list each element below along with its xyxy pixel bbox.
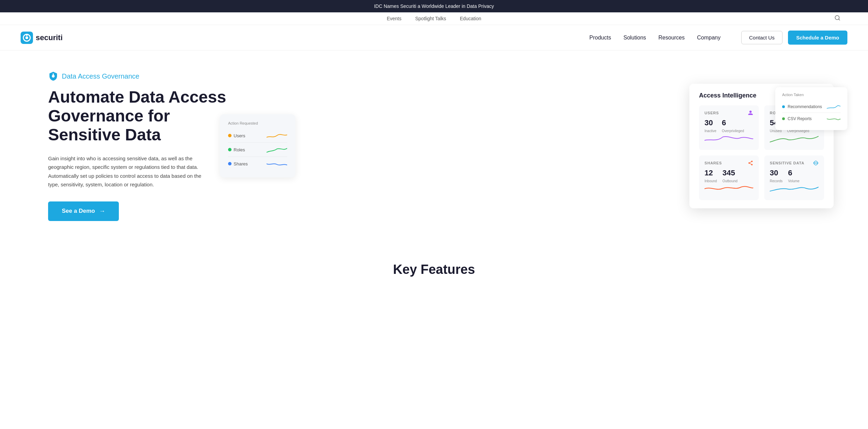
users-chart (704, 134, 753, 144)
svg-point-4 (25, 36, 28, 39)
main-nav: securiti Products Solutions Resources Co… (0, 25, 868, 50)
flow-row-users: Users (228, 129, 287, 143)
hero-content: Data Access Governance Automate Data Acc… (48, 71, 227, 221)
nav-spotlight[interactable]: Spotlight Talks (415, 16, 446, 21)
user-stat-icon (748, 110, 753, 116)
svg-point-7 (53, 73, 54, 75)
shares-flow-chart (267, 160, 287, 167)
secondary-nav: Events Spotlight Talks Education (0, 12, 868, 25)
svg-line-1 (838, 19, 839, 20)
arrow-icon: → (99, 208, 105, 215)
key-features-section: Key Features (0, 242, 868, 284)
action-item-recommendations: Recommendations (782, 101, 841, 113)
stat-card-users: USERS 30 Inactive 6 Overprivileged (699, 105, 759, 150)
action-panel: Action Taken Recommendations CSV Reports (775, 87, 847, 130)
hero-visual: Action Requested Users Roles Shares (227, 84, 834, 208)
flow-panel-header: Action Requested (228, 121, 287, 125)
stat-card-sensitive: SENSITIVE DATA 30 Records (764, 155, 824, 200)
svg-point-10 (748, 162, 750, 164)
sensitive-chart (770, 184, 819, 194)
users-flow-chart (267, 132, 287, 139)
hero-badge-text: Data Access Governance (62, 72, 139, 80)
key-features-title: Key Features (14, 262, 854, 277)
hero-section: Data Access Governance Automate Data Acc… (0, 50, 868, 242)
nav-education[interactable]: Education (460, 16, 481, 21)
sensitive-data-icon (813, 160, 819, 166)
svg-point-9 (751, 161, 753, 162)
action-panel-header: Action Taken (782, 93, 841, 97)
shield-icon (48, 71, 58, 81)
see-demo-button[interactable]: See a Demo → (48, 201, 119, 221)
nav-events[interactable]: Events (387, 16, 402, 21)
recommendations-dot (782, 105, 785, 108)
svg-point-11 (751, 164, 753, 165)
top-banner: IDC Names Securiti a Worldwide Leader in… (0, 0, 868, 12)
hero-description: Gain insight into who is accessing sensi… (48, 154, 213, 189)
contact-us-button[interactable]: Contact Us (741, 31, 782, 44)
shares-chart (704, 184, 753, 194)
main-nav-links: Products Solutions Resources Company (589, 35, 721, 41)
nav-company[interactable]: Company (697, 35, 720, 41)
logo-icon (21, 32, 33, 44)
search-icon[interactable] (834, 15, 841, 22)
svg-line-12 (750, 163, 752, 164)
roles-flow-chart (267, 146, 287, 153)
nav-actions: Contact Us Schedule a Demo (741, 31, 847, 45)
action-item-csv: CSV Reports (782, 113, 841, 125)
svg-point-5 (26, 34, 28, 36)
csv-line (827, 115, 841, 122)
schedule-demo-button[interactable]: Schedule a Demo (788, 31, 847, 45)
flow-row-shares: Shares (228, 157, 287, 171)
svg-point-6 (52, 75, 55, 78)
shares-stat-icon (748, 160, 753, 166)
svg-line-13 (750, 162, 752, 163)
stat-card-shares: SHARES 12 Inbound (699, 155, 759, 200)
hero-badge: Data Access Governance (48, 71, 227, 81)
flow-row-roles: Roles (228, 143, 287, 157)
roles-chart (770, 134, 819, 144)
nav-resources[interactable]: Resources (658, 35, 685, 41)
csv-dot (782, 117, 785, 120)
nav-products[interactable]: Products (589, 35, 611, 41)
hero-title: Automate Data Access Governance for Sens… (48, 88, 227, 144)
nav-solutions[interactable]: Solutions (623, 35, 646, 41)
logo-text: securiti (36, 33, 63, 42)
flow-panel: Action Requested Users Roles Shares (220, 114, 295, 177)
recommendations-line (827, 103, 841, 110)
logo[interactable]: securiti (21, 32, 63, 44)
